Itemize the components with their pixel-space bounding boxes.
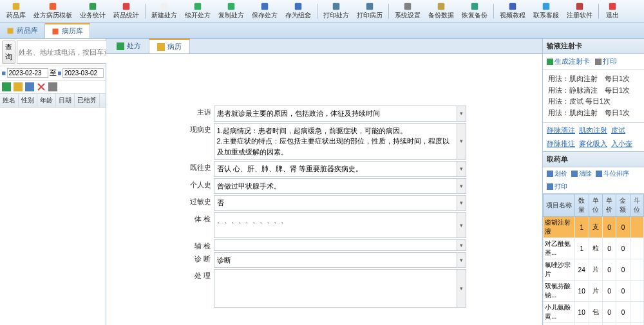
route-link[interactable]: 静脉滴注: [547, 125, 575, 135]
route-link[interactable]: 静脉推注: [547, 139, 575, 149]
drug-stats-button[interactable]: 药品统计: [109, 1, 143, 21]
svg-rect-17: [609, 3, 616, 10]
tab-drug-lib[interactable]: 药品库: [0, 23, 45, 38]
date-from[interactable]: [7, 68, 48, 78]
print-record-button[interactable]: 打印病历: [353, 1, 386, 21]
input-zd[interactable]: 诊断: [214, 252, 457, 268]
route-link[interactable]: 入小壶: [611, 139, 632, 149]
dropdown-icon[interactable]: ▾: [457, 252, 466, 268]
svg-rect-26: [48, 82, 57, 91]
med-action[interactable]: 斗位排序: [596, 169, 629, 178]
rx-template-button[interactable]: 处方病历模板: [30, 1, 76, 21]
tab-record[interactable]: 病历: [149, 39, 190, 53]
tutorial-icon: [507, 3, 518, 10]
input-grs[interactable]: 曾做过甲状腺手术。: [214, 178, 457, 194]
calendar-icon[interactable]: [2, 70, 6, 77]
tab-record-lib[interactable]: 病历库: [45, 23, 90, 38]
col-header[interactable]: 年龄: [37, 94, 56, 107]
new-rx-button[interactable]: 新建处方: [147, 1, 181, 21]
register-button[interactable]: 注册软件: [563, 1, 596, 21]
contact-icon: [541, 3, 551, 10]
med-col[interactable]: 斗位: [630, 194, 643, 217]
print-card-link[interactable]: 打印: [595, 57, 617, 66]
dropdown-icon[interactable]: ▾: [457, 161, 466, 177]
route-link[interactable]: 皮试: [611, 125, 625, 135]
delete-icon[interactable]: [37, 82, 46, 91]
tab-label: 处方: [127, 41, 141, 51]
input-zhusu[interactable]: 患者就诊最主要的原因，包括政治，体征及持续时间: [214, 106, 457, 122]
med-row[interactable]: 小儿氨酚黄...10包00: [544, 302, 644, 323]
tb-label: 复制处方: [218, 11, 244, 20]
biz-stats-button[interactable]: 业务统计: [76, 1, 109, 21]
cont-rx-button[interactable]: 续开处方: [181, 1, 214, 21]
col-header[interactable]: 已结算: [75, 94, 100, 107]
med-action[interactable]: 划价: [547, 169, 567, 178]
med-col[interactable]: 单价: [602, 194, 616, 217]
dropdown-icon[interactable]: ▾: [457, 195, 466, 211]
exit-button[interactable]: 退出: [601, 1, 624, 21]
date-to[interactable]: [62, 68, 104, 78]
contact-button[interactable]: 联系客服: [529, 1, 563, 21]
med-col[interactable]: 金额: [616, 194, 630, 217]
restore-button[interactable]: 恢复备份: [458, 1, 491, 21]
print-rx-button[interactable]: 打印处方: [319, 1, 353, 21]
med-col[interactable]: 数量: [574, 194, 589, 217]
med-row[interactable]: 双氯芬酸钠...10片00: [544, 281, 644, 302]
label-tj: 体 检: [183, 212, 214, 238]
svg-rect-13: [471, 3, 478, 10]
save-rx-button[interactable]: 保存处方: [248, 1, 281, 21]
dropdown-icon[interactable]: ▾: [457, 212, 466, 238]
add-icon[interactable]: [2, 82, 11, 91]
route-link[interactable]: 雾化吸入: [579, 139, 607, 149]
tb-label: 业务统计: [80, 11, 106, 20]
drug-lib-button[interactable]: 药品库: [3, 1, 30, 21]
action-icon: [547, 171, 553, 177]
tab-label: 药品库: [17, 26, 38, 35]
med-row[interactable]: 对乙酰氨基...1粒00: [544, 238, 644, 259]
svg-rect-5: [194, 3, 202, 10]
med-row[interactable]: 柴胡注射液1支00: [544, 217, 644, 238]
gen-card-link[interactable]: 生成注射卡: [547, 57, 590, 66]
backup-button[interactable]: 备份数据: [424, 1, 458, 21]
edit-icon[interactable]: [14, 82, 23, 91]
svg-rect-28: [157, 43, 165, 51]
usage-line: 用法：静脉滴注 每日1次: [548, 85, 639, 97]
sys-settings-button[interactable]: 系统设置: [391, 1, 424, 21]
patient-list: [0, 107, 106, 325]
input-tj[interactable]: 、、、、、、、、、、: [214, 212, 457, 238]
search-label: 查询: [2, 41, 15, 64]
save-draft-button[interactable]: 存为组套: [281, 1, 315, 21]
input-xbs[interactable]: 1.起病情况：患者时间，起病缓急，前驱症状，可能的病因。 2.主要症状的特点：应…: [214, 123, 457, 160]
svg-rect-24: [14, 82, 23, 91]
input-fj[interactable]: [214, 239, 457, 251]
med-list-title: 取药单: [543, 152, 644, 167]
calendar-icon[interactable]: [58, 70, 62, 77]
col-header[interactable]: 姓名: [0, 94, 19, 107]
med-action[interactable]: 打印: [547, 182, 567, 191]
col-header[interactable]: 日期: [56, 94, 75, 107]
dropdown-icon[interactable]: ▾: [457, 178, 466, 194]
dropdown-icon[interactable]: ▾: [457, 269, 466, 308]
search-input[interactable]: [17, 41, 109, 64]
copy-rx-button[interactable]: 复制处方: [214, 1, 248, 21]
input-gms[interactable]: 否: [214, 195, 457, 211]
dropdown-icon[interactable]: ▾: [457, 239, 466, 251]
dropdown-icon[interactable]: ▾: [457, 106, 466, 122]
med-action[interactable]: 清除: [571, 169, 592, 178]
med-row[interactable]: 氯唑沙宗片24片00: [544, 259, 644, 281]
usage-line: 用法：肌肉注射 每日1次: [548, 107, 639, 119]
col-header[interactable]: 性别: [19, 94, 37, 107]
route-link[interactable]: 肌肉注射: [579, 125, 607, 135]
med-table: 项目名称数量单位单价金额斗位 柴胡注射液1支00对乙酰氨基...1粒00氯唑沙宗…: [543, 194, 644, 325]
doc-tabs: 药品库 病历库: [0, 23, 644, 39]
med-col[interactable]: 项目名称: [544, 194, 575, 217]
med-col[interactable]: 单位: [589, 194, 602, 217]
tab-rx[interactable]: 处方: [109, 39, 149, 53]
user-icon[interactable]: [25, 82, 34, 91]
input-cl[interactable]: [214, 269, 457, 308]
dropdown-icon[interactable]: ▾: [457, 123, 466, 160]
tutorial-button[interactable]: 视频教程: [496, 1, 529, 21]
print-icon[interactable]: [48, 82, 57, 91]
input-jws[interactable]: 否认 心、肝、肺、脾、肾 等重要脏器疾病史。: [214, 161, 457, 177]
patient-list-header: 姓名性别年龄日期已结算: [0, 94, 106, 107]
